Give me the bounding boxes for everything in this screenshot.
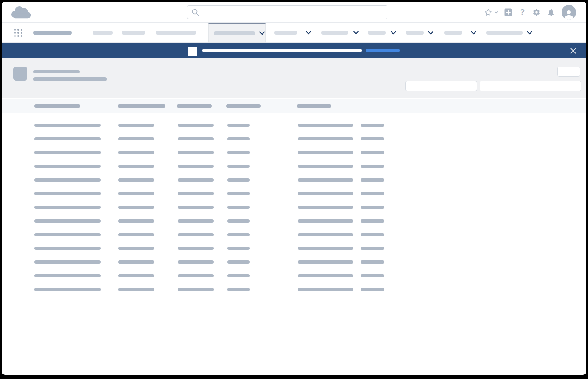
table-row[interactable] <box>2 269 586 283</box>
cell-placeholder <box>298 151 353 154</box>
cell-placeholder <box>298 124 353 127</box>
cell-placeholder <box>34 124 101 127</box>
cell-placeholder <box>298 288 353 291</box>
nav-tab-1[interactable] <box>93 31 113 35</box>
cell-placeholder <box>361 288 384 291</box>
cell-placeholder <box>227 288 250 291</box>
user-avatar-icon[interactable] <box>562 5 576 20</box>
page-title-placeholder <box>33 70 80 73</box>
cell-placeholder <box>178 288 214 291</box>
tab-chevron-icon[interactable] <box>353 30 359 36</box>
cell-placeholder <box>227 260 250 264</box>
cell-placeholder <box>178 233 214 236</box>
tab-label-placeholder <box>214 31 255 35</box>
table-row[interactable] <box>2 160 586 173</box>
tab-chevron-icon[interactable] <box>259 30 265 36</box>
cell-placeholder <box>178 178 214 182</box>
cell-placeholder <box>178 151 214 154</box>
page-header <box>2 58 586 98</box>
cell-placeholder <box>298 260 353 264</box>
cell-placeholder <box>178 219 214 223</box>
cell-placeholder <box>34 165 101 168</box>
cell-placeholder <box>118 260 154 264</box>
table-row[interactable] <box>2 228 586 242</box>
cell-placeholder <box>34 274 101 277</box>
cell-placeholder <box>227 219 250 223</box>
nav-tab-selected[interactable] <box>208 23 266 43</box>
tab-chevron-icon[interactable] <box>470 30 477 36</box>
help-icon[interactable]: ? <box>520 9 525 16</box>
cell-placeholder <box>361 247 384 250</box>
cell-placeholder <box>361 192 384 195</box>
tab-chevron-icon[interactable] <box>428 30 434 36</box>
cell-placeholder <box>178 137 214 140</box>
cell-placeholder <box>34 219 101 223</box>
list-action-button[interactable] <box>557 67 580 77</box>
list-search-input[interactable] <box>405 81 477 91</box>
app-window: ? <box>2 2 586 375</box>
favorites-chevron-icon[interactable] <box>494 10 499 15</box>
list-group-button-3[interactable] <box>536 81 567 91</box>
nav-tab-2[interactable] <box>122 31 145 35</box>
global-search-input[interactable] <box>202 9 383 16</box>
banner-checkbox[interactable] <box>188 47 197 56</box>
cell-placeholder <box>227 137 250 140</box>
close-icon[interactable] <box>570 47 577 54</box>
nav-tab-9[interactable] <box>444 31 462 35</box>
cell-placeholder <box>361 178 384 182</box>
favorites-star-icon[interactable] <box>484 8 493 17</box>
column-header-placeholder[interactable] <box>34 104 80 108</box>
cell-placeholder <box>34 247 101 250</box>
cell-placeholder <box>118 288 154 291</box>
list-group-button-1[interactable] <box>480 81 505 91</box>
column-header-placeholder[interactable] <box>118 104 165 108</box>
nav-tab-6[interactable] <box>321 31 348 35</box>
cell-placeholder <box>361 233 384 236</box>
cell-placeholder <box>178 247 214 250</box>
table-row[interactable] <box>2 187 586 201</box>
column-header-placeholder[interactable] <box>226 104 261 108</box>
cell-placeholder <box>298 206 353 209</box>
quick-add-icon[interactable] <box>504 8 512 16</box>
cell-placeholder <box>361 260 384 264</box>
cell-placeholder <box>178 124 214 127</box>
cell-placeholder <box>118 137 154 140</box>
nav-tab-3[interactable] <box>156 31 196 35</box>
cell-placeholder <box>34 206 101 209</box>
nav-tab-8[interactable] <box>406 31 424 35</box>
column-header-placeholder[interactable] <box>297 104 331 108</box>
cell-placeholder <box>227 124 250 127</box>
tab-chevron-icon[interactable] <box>526 30 533 36</box>
table-row[interactable] <box>2 201 586 214</box>
table-row[interactable] <box>2 119 586 132</box>
list-group-button-4[interactable] <box>567 81 581 91</box>
table-row[interactable] <box>2 146 586 160</box>
table-row[interactable] <box>2 242 586 255</box>
table-row[interactable] <box>2 283 586 296</box>
nav-tab-7[interactable] <box>368 31 386 35</box>
notification-bell-icon[interactable] <box>547 8 555 16</box>
cell-placeholder <box>298 247 353 250</box>
cell-placeholder <box>361 137 384 140</box>
list-group-button-2[interactable] <box>505 81 536 91</box>
tab-chevron-icon[interactable] <box>305 30 312 36</box>
cell-placeholder <box>34 137 101 140</box>
nav-tab-5[interactable] <box>274 31 297 35</box>
cell-placeholder <box>34 233 101 236</box>
cell-placeholder <box>298 165 353 168</box>
cell-placeholder <box>34 260 101 264</box>
table-row[interactable] <box>2 255 586 269</box>
cell-placeholder <box>227 274 250 277</box>
nav-tab-10[interactable] <box>486 31 523 35</box>
column-header-placeholder[interactable] <box>177 104 212 108</box>
cell-placeholder <box>118 151 154 154</box>
global-header: ? <box>2 2 586 23</box>
table-row[interactable] <box>2 173 586 187</box>
table-row[interactable] <box>2 132 586 146</box>
cell-placeholder <box>298 233 353 236</box>
table-row[interactable] <box>2 214 586 228</box>
banner-link-placeholder[interactable] <box>366 49 400 52</box>
setup-gear-icon[interactable] <box>532 8 541 16</box>
header-actions: ? <box>484 2 576 23</box>
tab-chevron-icon[interactable] <box>390 30 397 36</box>
